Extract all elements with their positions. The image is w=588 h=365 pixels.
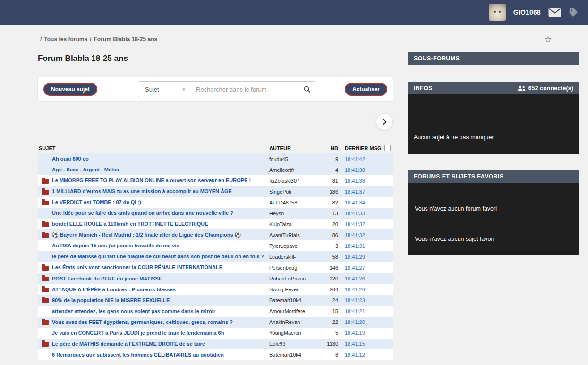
topic-row[interactable]: ATTAQUE A L'ÉPÉE à Londres : Plusieurs b… xyxy=(38,284,393,295)
topic-msg-count: 9 xyxy=(321,156,342,162)
topic-row[interactable]: bordel ELLE ROULE à 110km/h en TROTTINET… xyxy=(38,219,393,229)
topic-row[interactable]: Je vais en CONCERT à Paris JEUDI je pren… xyxy=(38,328,393,339)
topic-title-link[interactable]: attendez attendez, les gens nous voient … xyxy=(52,306,269,317)
search-filter-select[interactable]: Sujet ▾ xyxy=(138,82,190,97)
topic-author: Amelieortfr xyxy=(269,167,321,173)
subforums-header[interactable]: SOUS-FORUMS xyxy=(408,52,579,65)
topic-msg-count: 4 xyxy=(321,167,342,173)
next-page-button[interactable] xyxy=(376,113,393,130)
refresh-button[interactable]: Actualiser xyxy=(345,83,387,96)
new-topic-button[interactable]: Nouveau sujet xyxy=(43,83,97,96)
topic-folder-icon xyxy=(38,178,52,184)
topic-last-msg-link[interactable]: 18:41:23 xyxy=(342,297,382,303)
topic-msg-count: 220 xyxy=(321,276,342,281)
topic-title-link[interactable]: Je vais en CONCERT à Paris JEUDI je pren… xyxy=(52,328,269,339)
topic-last-msg-link[interactable]: 18:41:37 xyxy=(342,189,382,195)
topic-row[interactable]: Les États unis vont sanctionner la COUR … xyxy=(38,262,393,273)
topic-title-link[interactable]: Les États unis vont sanctionner la COUR … xyxy=(52,262,269,273)
topic-last-msg-link[interactable]: 18:41:34 xyxy=(342,200,382,205)
topic-title-link[interactable]: ⚽ Bayern Munich - Real Madrid : 1/2 fina… xyxy=(52,229,269,240)
topic-msg-count: 186 xyxy=(321,189,342,195)
topic-last-msg-link[interactable]: 18:41:38 xyxy=(342,178,382,184)
topic-last-msg-link[interactable]: 18:41:12 xyxy=(342,352,382,357)
topic-row[interactable]: attendez attendez, les gens nous voient … xyxy=(38,306,393,317)
topic-author: AvantTuRiais xyxy=(269,232,321,238)
topic-msg-count: 3 xyxy=(321,243,342,249)
topic-last-msg-link[interactable]: 18:41:33 xyxy=(342,211,382,216)
topic-title-link[interactable]: Ah ouai 600 co xyxy=(52,153,269,164)
topic-last-msg-link[interactable]: 18:41:32 xyxy=(342,232,382,238)
topic-row[interactable]: le père de Matisse qui fait une blague d… xyxy=(38,251,393,262)
topic-author: Bateman10k4 xyxy=(269,352,321,357)
content: Forum Blabla 18-25 ans Nouveau sujet Suj… xyxy=(0,52,588,360)
infos-box: Aucun sujet à ne pas manquer xyxy=(408,94,579,154)
topic-last-msg-link[interactable]: 18:41:19 xyxy=(342,330,382,336)
topic-title-link[interactable]: 90% de la population NIE la MISERE SEXUE… xyxy=(52,295,269,306)
topic-folder-icon xyxy=(38,221,52,227)
topic-title-link[interactable]: POST Facebook du PERE du jeune MATISSE xyxy=(52,273,269,284)
topic-title-link[interactable]: Le VERDICT est TOMBE : 87 de QI :) xyxy=(52,197,269,208)
topic-row[interactable]: 1 MILLIARD d'euros MAIS tu as une missio… xyxy=(38,186,393,197)
select-all-checkbox[interactable] xyxy=(384,145,391,151)
topic-folder-icon xyxy=(38,341,52,347)
topic-row[interactable]: Ah ouai 600 cofoudu45918:41:42 xyxy=(38,153,393,164)
search-icon[interactable] xyxy=(299,82,315,97)
topic-last-msg-link[interactable]: 18:41:26 xyxy=(342,276,382,281)
topic-row[interactable]: POST Facebook du PERE du jeune MATISSERo… xyxy=(38,273,393,284)
chevron-right-icon xyxy=(383,119,387,125)
topic-last-msg-link[interactable]: 18:41:31 xyxy=(342,243,382,249)
topic-author: Eole99 xyxy=(269,341,321,347)
topic-title-link[interactable]: Une idée pour se faire des amis quand on… xyxy=(52,208,269,219)
header-sujet: SUJET xyxy=(38,145,269,151)
topic-msg-count: 22 xyxy=(321,319,342,325)
topic-last-msg-link[interactable]: 18:41:21 xyxy=(342,308,382,314)
favorite-star-icon[interactable]: ☆ xyxy=(544,35,552,44)
topic-last-msg-link[interactable]: 18:41:15 xyxy=(342,341,382,347)
topic-last-msg-link[interactable]: 18:41:38 xyxy=(342,167,382,173)
topic-title-link[interactable]: Age - Sexe - Argent - Métier xyxy=(52,164,269,175)
topic-row[interactable]: Au RSA depuis 15 ans j'ai jamais travail… xyxy=(38,240,393,251)
topic-title-link[interactable]: Vous avez des FEET égyptiens, germanique… xyxy=(52,317,269,328)
topic-last-msg-link[interactable]: 18:41:32 xyxy=(342,221,382,227)
topic-title-link[interactable]: 6 Remarques que subissent les hommes CÉL… xyxy=(52,349,269,360)
topic-title-link[interactable]: bordel ELLE ROULE à 110km/h en TROTTINET… xyxy=(52,219,269,229)
topic-title-link[interactable]: Le MMORPG FREE TO PLAY ALBION ONLINE a o… xyxy=(52,175,269,186)
topic-row[interactable]: Age - Sexe - Argent - MétierAmelieortfr4… xyxy=(38,164,393,175)
connected-label: 652 connecté(s) xyxy=(528,85,573,92)
topic-last-msg-link[interactable]: 18:41:29 xyxy=(342,254,382,260)
topic-row[interactable]: Vous avez des FEET égyptiens, germanique… xyxy=(38,317,393,328)
topic-msg-count: 8 xyxy=(321,352,342,357)
mail-icon[interactable] xyxy=(548,8,561,17)
topic-author: ALED48758 xyxy=(269,200,321,205)
topic-title-link[interactable]: le père de Matisse qui fait une blague d… xyxy=(52,251,269,262)
search-input[interactable] xyxy=(190,82,299,97)
breadcrumb-separator: / xyxy=(40,36,42,42)
header-auteur: AUTEUR xyxy=(269,145,321,151)
users-icon xyxy=(518,85,526,91)
topic-row[interactable]: Le père de MATHIS demande à l'EXTREME DR… xyxy=(38,339,393,349)
tag-icon[interactable] xyxy=(569,8,579,17)
breadcrumb-item[interactable]: Forum Blabla 18-25 ans xyxy=(94,36,157,42)
infos-title: INFOS xyxy=(414,85,433,92)
topic-last-msg-link[interactable]: 18:41:20 xyxy=(342,319,382,325)
topic-author: IciZolaski307 xyxy=(269,178,321,184)
topic-row[interactable]: Le MMORPG FREE TO PLAY ALBION ONLINE a o… xyxy=(38,175,393,186)
topic-last-msg-link[interactable]: 18:41:26 xyxy=(342,287,382,292)
topic-row[interactable]: Le VERDICT est TOMBE : 87 de QI :)ALED48… xyxy=(38,197,393,208)
user-avatar[interactable] xyxy=(489,4,506,21)
topic-last-msg-link[interactable]: 18:41:42 xyxy=(342,156,382,162)
topic-row[interactable]: ⚽ Bayern Munich - Real Madrid : 1/2 fina… xyxy=(38,229,393,240)
topic-msg-count: 15 xyxy=(321,308,342,314)
breadcrumb-item[interactable]: Tous les forums xyxy=(44,36,87,42)
search-group: Sujet ▾ xyxy=(138,81,315,97)
topic-title-link[interactable]: ATTAQUE A L'ÉPÉE à Londres : Plusieurs b… xyxy=(52,284,269,295)
topic-row[interactable]: Une idée pour se faire des amis quand on… xyxy=(38,208,393,219)
topic-row[interactable]: 6 Remarques que subissent les hommes CÉL… xyxy=(38,349,393,360)
topic-title-link[interactable]: Le père de MATHIS demande à l'EXTREME DR… xyxy=(52,339,269,349)
topic-title-link[interactable]: Au RSA depuis 15 ans j'ai jamais travail… xyxy=(52,240,269,251)
topic-title-link[interactable]: 1 MILLIARD d'euros MAIS tu as une missio… xyxy=(52,186,269,197)
topic-folder-icon xyxy=(38,265,52,271)
topic-msg-count: 81 xyxy=(321,178,342,184)
topic-last-msg-link[interactable]: 18:41:27 xyxy=(342,265,382,271)
topic-row[interactable]: 90% de la population NIE la MISERE SEXUE… xyxy=(38,295,393,306)
